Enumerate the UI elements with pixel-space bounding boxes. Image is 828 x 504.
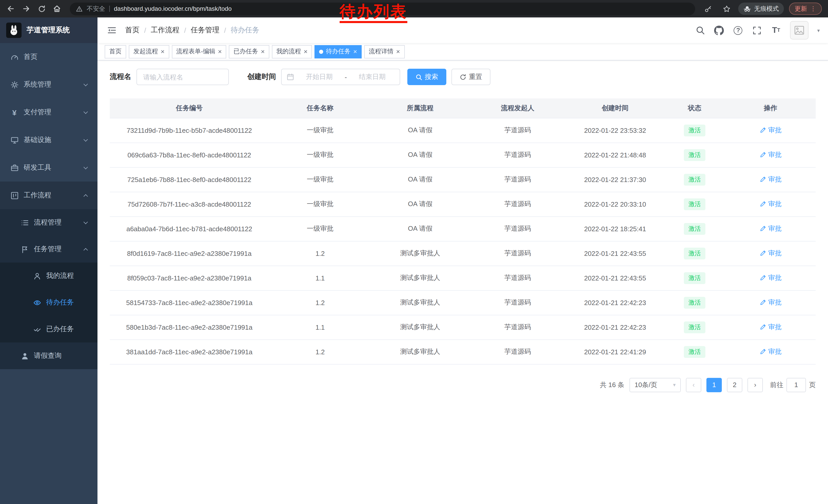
tab-home[interactable]: 首页 xyxy=(105,45,126,58)
sidebar-item-done-tasks[interactable]: 已办任务 xyxy=(0,316,97,342)
help-icon[interactable]: ? xyxy=(733,25,743,35)
cell-task-name: 1.2 xyxy=(269,241,371,266)
sidebar-item-home[interactable]: 首页 xyxy=(0,43,97,71)
approve-link[interactable]: 审批 xyxy=(759,347,782,356)
annotation-text: 待办列表 xyxy=(340,3,407,23)
fullscreen-icon[interactable] xyxy=(752,25,762,35)
address-divider xyxy=(109,6,110,12)
logo-area[interactable]: 芋道管理系统 xyxy=(0,17,97,43)
tab-process-detail[interactable]: 流程详情 × xyxy=(364,45,405,58)
search-button[interactable]: 搜索 xyxy=(407,69,446,85)
tab-process-form-edit[interactable]: 流程表单-编辑 × xyxy=(172,45,226,58)
edit-pencil-icon xyxy=(759,201,766,208)
tags-view: 首页 发起流程 × 流程表单-编辑 × 已办任务 × xyxy=(97,43,828,60)
sidebar-item-devtools[interactable]: 研发工具 xyxy=(0,154,97,182)
font-size-icon[interactable]: TT xyxy=(771,25,781,35)
sidebar-item-infrastructure[interactable]: 基础设施 xyxy=(0,126,97,154)
page-size-select[interactable]: 10条/页 ▾ xyxy=(629,378,681,392)
workflow-icon xyxy=(10,191,18,199)
forward-button[interactable] xyxy=(19,2,33,15)
next-page-button[interactable]: › xyxy=(747,378,763,392)
collapse-sidebar-button[interactable] xyxy=(106,24,118,36)
close-icon[interactable]: × xyxy=(353,48,357,55)
sidebar-item-process-management[interactable]: 流程管理 xyxy=(0,209,97,236)
github-icon[interactable] xyxy=(714,25,724,35)
browser-menu-icon[interactable]: ⋮ xyxy=(810,5,816,12)
breadcrumb-item[interactable]: 任务管理 xyxy=(191,26,219,35)
reset-button[interactable]: 重置 xyxy=(451,69,490,85)
page-button-1[interactable]: 1 xyxy=(706,378,722,392)
cell-task-id: 725a1eb6-7b88-11ec-8ef0-acde48001122 xyxy=(110,167,269,192)
app-title: 芋道管理系统 xyxy=(27,26,70,35)
search-icon[interactable] xyxy=(695,25,705,35)
page-button-2[interactable]: 2 xyxy=(727,378,742,392)
approve-link[interactable]: 审批 xyxy=(759,322,782,332)
approve-link[interactable]: 审批 xyxy=(759,273,782,282)
reload-button[interactable] xyxy=(35,2,48,15)
cell-initiator: 芋道源码 xyxy=(469,266,566,290)
caret-down-icon[interactable]: ▾ xyxy=(817,28,820,33)
close-icon[interactable]: × xyxy=(304,48,307,55)
sidebar-item-system[interactable]: 系统管理 xyxy=(0,71,97,98)
cell-process: 测试多审批人 xyxy=(371,266,469,290)
sidebar-item-label: 流程管理 xyxy=(34,218,61,227)
cell-initiator: 芋道源码 xyxy=(469,192,566,216)
col-task-name: 任务名称 xyxy=(269,98,371,118)
tab-done-tasks[interactable]: 已办任务 × xyxy=(229,45,269,58)
cell-created: 2022-01-21 22:43:55 xyxy=(566,241,664,266)
goto-page-input[interactable] xyxy=(786,378,806,392)
update-button[interactable]: 更新 ⋮ xyxy=(789,3,822,15)
status-badge: 激活 xyxy=(684,198,705,210)
cell-process: 测试多审批人 xyxy=(371,339,469,364)
sidebar-item-leave-query[interactable]: 请假查询 xyxy=(0,342,97,369)
back-button[interactable] xyxy=(4,2,17,15)
close-icon[interactable]: × xyxy=(161,48,164,55)
sidebar-item-payment[interactable]: ¥ 支付管理 xyxy=(0,98,97,126)
avatar[interactable] xyxy=(790,21,809,40)
cell-action: 审批 xyxy=(726,339,816,364)
cell-task-name: 一级审批 xyxy=(269,216,371,241)
cell-task-id: 069c6a63-7b8a-11ec-8ef0-acde48001122 xyxy=(110,142,269,167)
cell-initiator: 芋道源码 xyxy=(469,118,566,142)
breadcrumb-item[interactable]: 首页 xyxy=(125,26,139,35)
approve-link-label: 审批 xyxy=(768,298,782,307)
cell-status: 激活 xyxy=(664,167,726,192)
approve-link[interactable]: 审批 xyxy=(759,298,782,307)
approve-link[interactable]: 审批 xyxy=(759,199,782,209)
prev-page-button[interactable]: ‹ xyxy=(686,378,701,392)
breadcrumb-item[interactable]: 工作流程 xyxy=(151,26,179,35)
approve-link[interactable]: 审批 xyxy=(759,175,782,184)
close-icon[interactable]: × xyxy=(261,48,264,55)
bookmark-star-button[interactable] xyxy=(720,2,733,15)
cell-process: 测试多审批人 xyxy=(371,290,469,315)
cell-process: OA 请假 xyxy=(371,142,469,167)
sidebar-item-my-processes[interactable]: 我的流程 xyxy=(0,263,97,289)
approve-link-label: 审批 xyxy=(768,273,782,282)
close-icon[interactable]: × xyxy=(218,48,222,55)
tab-todo-tasks[interactable]: 待办任务 × xyxy=(315,45,362,58)
status-badge: 激活 xyxy=(684,272,705,284)
close-icon[interactable]: × xyxy=(396,48,400,55)
sidebar-item-todo-tasks[interactable]: 待办任务 xyxy=(0,289,97,316)
approve-link[interactable]: 审批 xyxy=(759,150,782,159)
home-button[interactable] xyxy=(50,2,64,15)
date-range-picker[interactable]: 开始日期 - 结束日期 xyxy=(281,69,400,85)
sidebar-item-task-management[interactable]: 任务管理 xyxy=(0,236,97,263)
tab-my-processes[interactable]: 我的流程 × xyxy=(272,45,312,58)
password-key-button[interactable] xyxy=(701,2,715,15)
process-list-icon xyxy=(20,218,29,227)
approve-link[interactable]: 审批 xyxy=(759,249,782,258)
user-icon xyxy=(20,352,29,360)
main-area: 首页 / 工作流程 / 任务管理 / 待办任务 ? TT ▾ xyxy=(97,17,828,504)
cell-task-id: 8f0d1619-7ac8-11ec-a9e2-a2380e71991a xyxy=(110,241,269,266)
approve-link[interactable]: 审批 xyxy=(759,126,782,135)
tab-label: 待办任务 xyxy=(326,47,350,56)
sidebar-item-workflow[interactable]: 工作流程 xyxy=(0,182,97,209)
table-row: 069c6a63-7b8a-11ec-8ef0-acde48001122 一级审… xyxy=(110,142,816,167)
edit-pencil-icon xyxy=(759,324,766,330)
app-layout: 芋道管理系统 首页 系统管理 ¥ 支付管理 基础设施 xyxy=(0,17,828,504)
approve-link[interactable]: 审批 xyxy=(759,224,782,233)
tab-start-process[interactable]: 发起流程 × xyxy=(129,45,169,58)
process-name-input[interactable] xyxy=(136,69,229,85)
cell-task-id: 58154733-7ac8-11ec-a9e2-a2380e71991a xyxy=(110,290,269,315)
